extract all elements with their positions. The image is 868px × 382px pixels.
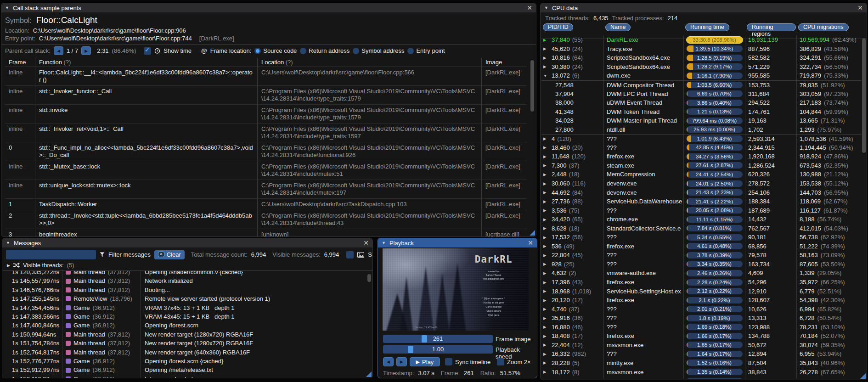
expand-row-icon[interactable]: ▶ bbox=[543, 46, 549, 51]
cpu-row[interactable]: ▶3,536(75)???20.05 s (2.08%)187,689116,1… bbox=[541, 206, 861, 215]
cpu-row[interactable]: ▶28,228(5)mintty.exe1.52 s (0.16%)87,504… bbox=[541, 359, 861, 368]
cpu-row[interactable]: ▶18,460(20)???42.85 s (4.45%)2,344,9151,… bbox=[541, 143, 861, 152]
zoom-2x-checkbox[interactable]: Zoom 2× bbox=[497, 358, 531, 365]
cpu-row[interactable]: ▶35,916(36)???1.8 s (0.19%)13,3136,728(5… bbox=[541, 314, 861, 323]
cpu-row[interactable]: ▶16,332(982)???1.64 s (0.17%)12,8946,955… bbox=[541, 349, 861, 359]
next-callstack-button[interactable]: ▶ bbox=[81, 46, 91, 55]
cpu-row[interactable]: ▶16,880(46)???1.69 s (0.18%)123,98878,23… bbox=[541, 323, 861, 332]
expand-row-icon[interactable]: ▶ bbox=[543, 217, 549, 222]
cpu-row[interactable]: ▶10,816(64)ScriptedSandbox64.exe1:28.5 (… bbox=[541, 53, 861, 62]
expand-row-icon[interactable]: ▶ bbox=[543, 298, 549, 303]
expand-row-icon[interactable]: ▶ bbox=[543, 226, 549, 230]
function-cell[interactable]: std::unique_lock<std::mutex>::lock bbox=[35, 180, 258, 199]
cpu-row[interactable]: ▶20,120(17)firefox.exe2.1 s (0.22%)128,6… bbox=[541, 296, 861, 305]
cpu-row[interactable]: ▶30,380(24)ScriptedSandbox64.exe1:28.2 (… bbox=[541, 62, 861, 72]
radio-symbol-address[interactable]: Symbol address bbox=[353, 47, 404, 54]
message-row[interactable]: 1s 147,255,145nsRemoteView(18,796)Remote… bbox=[2, 294, 372, 303]
expand-row-icon[interactable]: ▶ bbox=[543, 235, 549, 240]
expand-row-icon[interactable]: ▶ bbox=[543, 154, 549, 159]
cpu-row[interactable]: ▶44,692(84)devenv.exe21.43 s (2.23%)254,… bbox=[541, 188, 861, 197]
step-forward-button[interactable]: ▶ bbox=[396, 357, 407, 366]
frame-image-slider[interactable]: 261 bbox=[383, 335, 493, 343]
expand-row-icon[interactable]: ▶ bbox=[543, 253, 549, 258]
expand-row-icon[interactable]: ▶ bbox=[543, 280, 549, 285]
messages-scrollbar[interactable] bbox=[367, 274, 371, 375]
callstack-table-row[interactable]: 3beginthreadex[unknown][ucrtbase.dll] bbox=[5, 229, 527, 237]
scrollbar-thumb[interactable] bbox=[862, 38, 866, 153]
expand-row-icon[interactable]: ▶ bbox=[543, 38, 549, 42]
expand-row-icon[interactable]: ▶ bbox=[543, 262, 549, 266]
collapse-icon[interactable]: ▼ bbox=[544, 6, 548, 10]
col-pid-tid[interactable]: PID/TID bbox=[543, 23, 573, 31]
message-row[interactable]: 1s 153,116,27nsGame(36,912)Intro menu lo… bbox=[2, 375, 372, 378]
cpu-row[interactable]: ▶18,408(17)firefox.exe1.66 s (0.17%)134,… bbox=[541, 331, 861, 341]
cpu-row[interactable]: ▶17,532(56)???5.34 s (0.55%)90,18156,738… bbox=[541, 233, 861, 242]
expand-row-icon[interactable]: ▶ bbox=[543, 190, 549, 195]
callstack-table-row[interactable]: inlineFloor::CalcLight::__l4::<lambda_5b… bbox=[5, 67, 527, 86]
function-cell[interactable]: TaskDispatch::Worker bbox=[35, 199, 258, 210]
callstack-table-row[interactable]: 0std::_Func_impl_no_alloc<<lambda_5bc224… bbox=[5, 142, 527, 161]
callstack-table-row[interactable]: inlinestd::_Mutex_base::lockC:\Program F… bbox=[5, 161, 527, 180]
function-cell[interactable]: std::_Func_impl_no_alloc<<lambda_5bc224f… bbox=[35, 142, 258, 161]
expand-row-icon[interactable]: ▶ bbox=[543, 370, 549, 374]
sync-timeline-checkbox[interactable]: Sync timeline bbox=[445, 358, 490, 365]
message-row[interactable]: 1s 152,776,777nsGame(36,912)Opening /for… bbox=[2, 357, 372, 365]
expand-row-icon[interactable]: ▶ bbox=[543, 360, 549, 365]
expand-row-icon[interactable]: ▶ bbox=[543, 343, 549, 347]
function-cell[interactable]: std::thread::_Invoke<std::tuple<<lambda_… bbox=[35, 210, 258, 229]
callstack-scrollbar[interactable] bbox=[530, 58, 534, 234]
cpu-row[interactable]: ▼13,072(6)dwm.exe1:16.1 (7.90%)955,58571… bbox=[541, 71, 861, 80]
collapse-icon[interactable]: ▼ bbox=[5, 6, 9, 10]
callstack-titlebar[interactable]: ▼ Call stack sample parents ✕ bbox=[1, 3, 536, 12]
col-image[interactable]: Image bbox=[482, 58, 527, 67]
callstack-table-row[interactable]: inlinestd::invokeC:\Program Files (x86)\… bbox=[5, 105, 527, 124]
collapse-icon[interactable]: ▼ bbox=[382, 241, 386, 245]
expand-row-icon[interactable]: ▶ bbox=[543, 271, 549, 275]
col-frame[interactable]: Frame bbox=[5, 58, 35, 67]
expand-row-icon[interactable]: ▶ bbox=[543, 181, 549, 186]
scrollbar-thumb[interactable] bbox=[530, 60, 534, 112]
play-button[interactable]: ▶ Play bbox=[410, 357, 440, 366]
cpu-row[interactable]: ▶4,740(37)???2.01 s (0.21%)10,6266,994(6… bbox=[541, 304, 861, 314]
function-cell[interactable]: std::invoke bbox=[35, 105, 258, 124]
show-images-checkbox[interactable] bbox=[346, 251, 354, 258]
message-row[interactable]: 1s 152,912,997nsGame(36,912)Opening /met… bbox=[2, 365, 372, 374]
expand-row-icon[interactable]: ▶ bbox=[543, 316, 549, 320]
cpu-row[interactable]: 38,000uDWM Event Thread3.86 s (0.40%)294… bbox=[541, 98, 861, 107]
expand-row-icon[interactable]: ▶ bbox=[543, 208, 549, 213]
threads-expand-icon[interactable]: ▶ bbox=[7, 263, 10, 268]
col-running-regions[interactable]: Running regions bbox=[747, 23, 796, 31]
function-cell[interactable]: Floor::CalcLight::__l4::<lambda_5bc224f1… bbox=[35, 67, 258, 86]
callstack-table-row[interactable]: inlinestd::unique_lock<std::mutex>::lock… bbox=[5, 180, 527, 199]
expand-row-icon[interactable]: ▶ bbox=[543, 136, 549, 141]
cpu-row[interactable]: ▶7,300(37)steam.exe27.61 s (2.87%)1,286,… bbox=[541, 161, 861, 170]
expand-row-icon[interactable]: ▶ bbox=[543, 56, 549, 60]
callstack-table-row[interactable]: 1TaskDispatch::WorkerC:\Users\wolf\Deskt… bbox=[5, 199, 527, 210]
col-cpu-migrations[interactable]: CPU migrations bbox=[798, 23, 849, 31]
message-row[interactable]: 1s 152,764,817nsMain thread(37,812)New r… bbox=[2, 348, 372, 357]
message-row[interactable]: 1s 151,754,784nsMain thread(37,812)New r… bbox=[2, 339, 372, 348]
step-back-button[interactable]: ◀ bbox=[383, 357, 394, 366]
radio-return-address[interactable]: Return address bbox=[300, 47, 349, 54]
callstack-table-row[interactable]: inlinestd::_Invoker_ret<void,1>::_CallC:… bbox=[5, 124, 527, 142]
expand-row-icon[interactable]: ▶ bbox=[543, 307, 549, 311]
close-icon[interactable]: ✕ bbox=[527, 5, 532, 11]
message-row[interactable]: 1s 147,354,456nsGame(36,912)VRAM 37x45: … bbox=[2, 303, 372, 312]
cpu-row[interactable]: ▶34,420(65)chrome.exe11.11 s (1.15%)14,4… bbox=[541, 215, 861, 224]
show-time-checkbox[interactable] bbox=[144, 47, 151, 55]
cpu-row[interactable]: 37,904DWM LPC Port Thread6.69 s (0.70%)3… bbox=[541, 89, 861, 98]
col-name[interactable]: Name bbox=[605, 23, 631, 31]
expand-row-icon[interactable]: ▶ bbox=[543, 334, 549, 338]
col-location[interactable]: Location (?) bbox=[258, 58, 482, 67]
expand-row-icon[interactable]: ▶ bbox=[543, 289, 549, 293]
cpu-row[interactable]: ▶536(49)firefox.exe4.61 s (0.48%)68,8565… bbox=[541, 242, 861, 251]
collapse-row-icon[interactable]: ▼ bbox=[543, 73, 549, 78]
prev-callstack-button[interactable]: ◀ bbox=[54, 46, 63, 55]
close-icon[interactable]: ✕ bbox=[363, 240, 369, 246]
cpu-row[interactable]: ▶2,448(18)MemCompression24.41 s (2.54%)6… bbox=[541, 170, 861, 179]
cpu-row[interactable]: ▶17,396(43)firefox.exe2.28 s (0.24%)54,2… bbox=[541, 278, 861, 287]
radio-entry-point[interactable]: Entry point bbox=[407, 47, 445, 54]
cpu-row[interactable]: 27,800ntdll.dll25.93 ms (0.00%)1,7021,29… bbox=[541, 125, 861, 134]
playback-speed-slider[interactable]: 1.00 bbox=[383, 345, 493, 354]
expand-row-icon[interactable]: ▶ bbox=[543, 145, 549, 150]
